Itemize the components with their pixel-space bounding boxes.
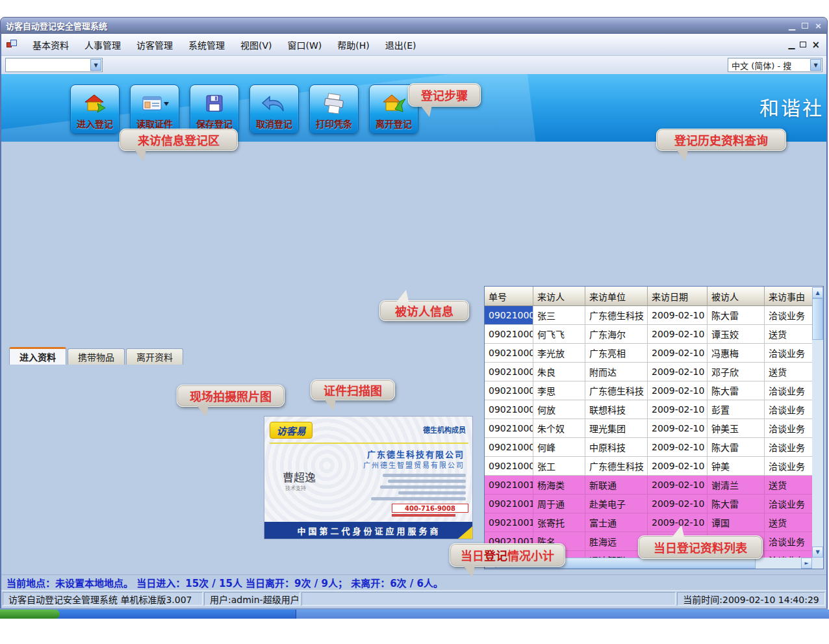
table-cell[interactable]: 钟美 [708, 457, 765, 476]
table-cell[interactable]: 中原科技 [585, 438, 648, 457]
scroll-right-icon[interactable]: ► [801, 558, 812, 569]
language-combobox[interactable]: 中文 (简体) - 搜 ▼ [728, 58, 823, 72]
table-cell[interactable]: 李思 [533, 381, 585, 400]
menu-item[interactable]: 基本资料 [25, 36, 77, 54]
table-cell[interactable]: 何飞飞 [533, 325, 585, 344]
table-cell[interactable]: 朱个奴 [533, 419, 585, 438]
table-row[interactable]: 090210004朱良附而达2009-02-10邓子欣送货 [485, 363, 823, 381]
table-cell[interactable]: 090210003 [485, 344, 533, 363]
table-cell[interactable]: 李光放 [533, 344, 585, 363]
table-cell[interactable]: 张三 [533, 306, 585, 325]
table-cell[interactable]: 090210005 [485, 381, 533, 400]
table-header-cell[interactable]: 被访人 [708, 287, 765, 306]
table-cell[interactable]: 谢清兰 [708, 476, 765, 495]
tab-leave-info[interactable]: 离开资料 [126, 348, 183, 365]
table-cell[interactable]: 彭置 [708, 400, 765, 419]
table-row[interactable]: 090210007朱个奴理光集团2009-02-10钟美玉洽谈业务 [485, 419, 823, 438]
table-row[interactable]: 090210002何飞飞广东海尔2009-02-10谭玉姣送货 [485, 325, 823, 344]
table-cell[interactable]: 广东德生科技 [585, 381, 648, 400]
mdi-restore-icon[interactable] [800, 42, 806, 47]
table-header-cell[interactable]: 来访单位 [585, 287, 648, 306]
table-header-cell[interactable]: 单号 [485, 287, 533, 306]
table-cell[interactable]: 附而达 [585, 363, 648, 381]
read-card-button[interactable]: 读取证件 [130, 84, 179, 134]
menu-item[interactable]: 退出(E) [377, 36, 424, 54]
table-row[interactable]: 090210005李思广东德生科技2009-02-10陈大雷洽谈业务 [485, 381, 823, 400]
table-cell[interactable]: 富士通 [585, 513, 648, 532]
menu-item[interactable]: 系统管理 [181, 36, 233, 54]
table-cell[interactable]: 钟美玉 [708, 419, 765, 438]
table-row[interactable]: 090210003李光放广东亮相2009-02-10冯惠梅洽谈业务 [485, 344, 823, 363]
table-cell[interactable]: 2009-02-10 [648, 381, 708, 400]
table-cell[interactable]: 陈大雷 [708, 438, 765, 457]
table-cell[interactable]: 2009-02-10 [648, 419, 708, 438]
table-cell[interactable]: 090210011 [485, 495, 533, 513]
visit-records-table[interactable]: 单号来访人来访单位来访日期被访人来访事由 090210001张三广东德生科技20… [484, 286, 824, 569]
table-row[interactable]: 090210001张三广东德生科技2009-02-10陈大雷洽谈业务 [485, 306, 823, 325]
table-cell[interactable]: 090210009 [485, 457, 533, 476]
table-cell[interactable]: 赴美电子 [585, 495, 648, 513]
print-slip-button[interactable]: 打印凭条 [309, 84, 359, 134]
table-cell[interactable]: 何放 [533, 400, 585, 419]
tab-carried-items[interactable]: 携带物品 [68, 348, 125, 365]
vscroll-thumb[interactable] [812, 298, 823, 340]
toolbar-combobox[interactable]: ▼ [5, 58, 103, 72]
taskbar-window-button[interactable] [296, 610, 829, 619]
table-cell[interactable]: 090210004 [485, 363, 533, 381]
table-cell[interactable]: 陈大雷 [708, 306, 765, 325]
table-cell[interactable]: 2009-02-10 [648, 457, 708, 476]
table-cell[interactable]: 冯惠梅 [708, 344, 765, 363]
table-cell[interactable]: 陈大雷 [708, 495, 765, 513]
table-cell[interactable]: 2009-02-10 [648, 325, 708, 344]
table-row[interactable]: 090210012张寄托富士通2009-02-10谭国送货 [485, 513, 823, 532]
menu-item[interactable]: 视图(V) [233, 36, 280, 54]
table-header-cell[interactable]: 来访人 [533, 287, 585, 306]
table-cell[interactable]: 090210008 [485, 438, 533, 457]
scroll-down-icon[interactable]: ▼ [812, 547, 823, 558]
table-cell[interactable]: 理光集团 [585, 419, 648, 438]
menu-item[interactable]: 窗口(W) [280, 36, 330, 54]
save-register-button[interactable]: 保存登记 [190, 84, 239, 134]
table-cell[interactable]: 张工 [533, 457, 585, 476]
mdi-minimize-icon[interactable]: ▁ [788, 40, 795, 49]
table-cell[interactable]: 广东德生科技 [585, 457, 648, 476]
menu-item[interactable]: 帮助(H) [329, 36, 377, 54]
chevron-down-icon[interactable]: ▼ [90, 59, 101, 71]
table-cell[interactable]: 谭国 [708, 513, 765, 532]
tab-entry-info[interactable]: 进入资料 [9, 347, 66, 365]
table-cell[interactable]: 2009-02-10 [648, 400, 708, 419]
table-cell[interactable]: 090210012 [485, 513, 533, 532]
table-cell[interactable]: 朱良 [533, 363, 585, 381]
minimize-icon[interactable]: ▁ [789, 21, 795, 31]
table-cell[interactable]: 新联通 [585, 476, 648, 495]
enter-register-button[interactable]: 进入登记 [70, 84, 120, 134]
table-cell[interactable]: 090210007 [485, 419, 533, 438]
restore-icon[interactable] [802, 23, 808, 29]
table-cell[interactable]: 090210006 [485, 400, 533, 419]
table-cell[interactable]: 2009-02-10 [648, 306, 708, 325]
vertical-scrollbar[interactable]: ▲ ▼ [812, 287, 823, 558]
table-cell[interactable]: 何峰 [533, 438, 585, 457]
table-row[interactable]: 090210010杨海类新联通2009-02-10谢清兰送货 [485, 476, 823, 495]
table-row[interactable]: 090210006何放联想科技2009-02-10彭置洽谈业务 [485, 400, 823, 419]
table-cell[interactable]: 2009-02-10 [648, 495, 708, 513]
table-cell[interactable]: 联想科技 [585, 400, 648, 419]
start-button[interactable] [0, 610, 60, 619]
table-cell[interactable]: 2009-02-10 [648, 476, 708, 495]
table-cell[interactable]: 广东亮相 [585, 344, 648, 363]
table-cell[interactable]: 张寄托 [533, 513, 585, 532]
table-row[interactable]: 090210008何峰中原科技2009-02-10陈大雷洽谈业务 [485, 438, 823, 457]
close-icon[interactable]: × [815, 21, 822, 31]
table-cell[interactable]: 090210002 [485, 325, 533, 344]
table-cell[interactable]: 周于通 [533, 495, 585, 513]
table-cell[interactable]: 陈大雷 [708, 381, 765, 400]
mdi-close-icon[interactable]: × [811, 39, 820, 51]
cancel-register-button[interactable]: 取消登记 [249, 84, 299, 134]
table-cell[interactable]: 杨海类 [533, 476, 585, 495]
table-cell[interactable]: 2009-02-10 [648, 344, 708, 363]
table-cell[interactable]: 广东海尔 [585, 325, 648, 344]
table-cell[interactable]: 090210001 [485, 306, 533, 325]
table-row[interactable]: 090210009张工广东德生科技2009-02-10钟美洽谈业务 [485, 457, 823, 476]
table-cell[interactable]: 2009-02-10 [648, 363, 708, 381]
table-header-cell[interactable]: 来访日期 [648, 287, 708, 306]
